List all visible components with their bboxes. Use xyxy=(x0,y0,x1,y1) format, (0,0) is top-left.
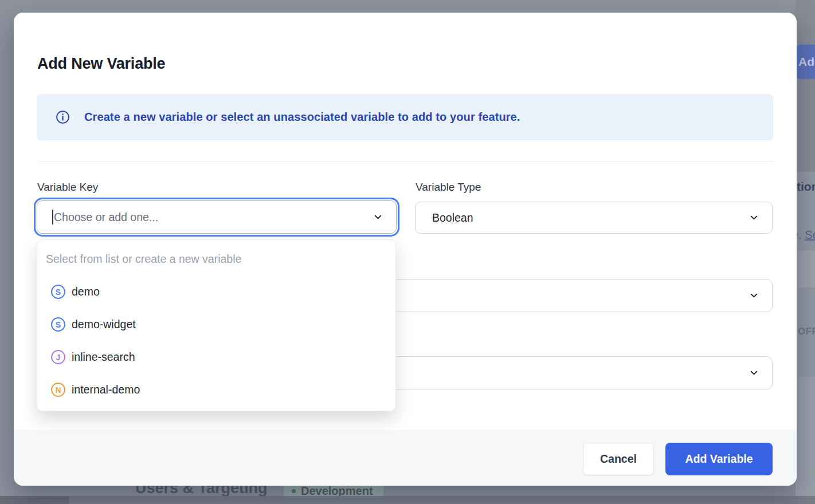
add-variable-button[interactable]: Add Variable xyxy=(665,443,773,475)
string-type-icon: S xyxy=(51,317,65,332)
dropdown-option-label: inline-search xyxy=(72,351,135,364)
number-type-icon: N xyxy=(51,383,65,397)
environment-dot-icon xyxy=(292,489,296,493)
background-add-button-label: Add xyxy=(798,55,815,69)
dropdown-option-internal-demo[interactable]: N internal-demo xyxy=(37,373,395,406)
dropdown-header: Select from list or create a new variabl… xyxy=(46,253,241,266)
add-variable-modal: Add New Variable Create a new variable o… xyxy=(14,13,797,486)
info-banner: Create a new variable or select an unass… xyxy=(37,94,773,140)
variable-key-dropdown: Select from list or create a new variabl… xyxy=(37,239,396,411)
chevron-down-icon xyxy=(749,212,759,223)
background-add-button: Add xyxy=(796,45,815,79)
variable-type-select[interactable]: Boolean xyxy=(415,202,773,234)
cancel-button[interactable]: Cancel xyxy=(583,443,654,475)
dropdown-list: S demo S demo-widget J inline-search N i… xyxy=(37,275,395,406)
dropdown-option-label: demo-widget xyxy=(72,318,136,331)
chevron-down-icon xyxy=(749,290,759,301)
background-band xyxy=(796,79,815,172)
chevron-down-icon xyxy=(749,368,759,379)
background-band xyxy=(0,496,815,504)
text-caret xyxy=(52,210,53,225)
dropdown-option-demo[interactable]: S demo xyxy=(37,275,395,308)
banner-text: Create a new variable or select an unass… xyxy=(84,111,520,124)
background-off-status: OFF xyxy=(798,326,815,337)
background-band xyxy=(796,0,815,45)
string-type-icon: S xyxy=(51,285,65,299)
background-band xyxy=(0,496,69,504)
divider xyxy=(37,161,773,162)
dropdown-option-label: internal-demo xyxy=(72,383,140,396)
background-band xyxy=(796,251,815,288)
modal-footer: Cancel Add Variable xyxy=(14,430,797,486)
background-see-link: Se xyxy=(805,229,815,241)
variable-key-placeholder: Choose or add one... xyxy=(54,211,158,224)
json-type-icon: J xyxy=(51,350,65,364)
dropdown-option-inline-search[interactable]: J inline-search xyxy=(37,341,395,373)
dropdown-option-demo-widget[interactable]: S demo-widget xyxy=(37,308,395,341)
info-icon xyxy=(56,110,70,124)
background-text-fragment: tion xyxy=(797,180,815,194)
variable-key-label: Variable Key xyxy=(37,181,98,194)
variable-type-value: Boolean xyxy=(432,211,473,225)
screen: Add tion e. Se OFF Users & Targeting Dev… xyxy=(0,0,815,504)
background-band xyxy=(796,376,815,496)
variable-type-label: Variable Type xyxy=(416,181,481,194)
variable-key-combobox[interactable]: Choose or add one... xyxy=(37,200,397,234)
dropdown-option-label: demo xyxy=(72,285,100,298)
chevron-down-icon xyxy=(373,212,383,223)
modal-title: Add New Variable xyxy=(37,55,165,73)
